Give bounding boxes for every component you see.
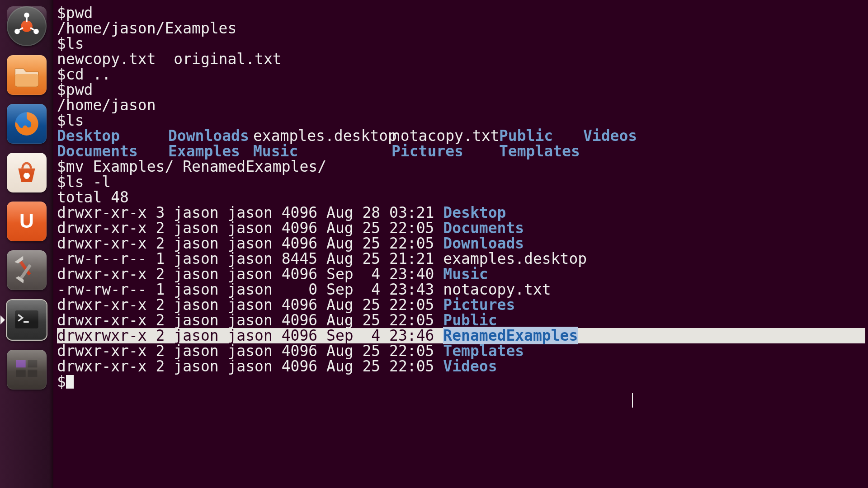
software-center-button[interactable] bbox=[7, 153, 47, 192]
svg-rect-15 bbox=[16, 360, 26, 367]
terminal-line: $ls -l bbox=[57, 174, 868, 190]
svg-point-8 bbox=[29, 177, 31, 179]
settings-button[interactable] bbox=[7, 250, 47, 290]
ls-row: DocumentsExamplesMusicPicturesTemplates bbox=[57, 144, 868, 159]
files-icon bbox=[11, 59, 42, 91]
terminal-icon bbox=[11, 304, 42, 336]
terminal-line: /home/jason bbox=[57, 98, 868, 113]
svg-rect-17 bbox=[16, 370, 26, 377]
workspace-icon bbox=[11, 354, 42, 385]
files-button[interactable] bbox=[7, 55, 47, 95]
svg-rect-4 bbox=[15, 74, 38, 87]
text-caret bbox=[632, 393, 633, 408]
dash-icon bbox=[11, 10, 42, 42]
ls-long-row: drwxr-xr-x 2 jason jason 4096 Aug 25 22:… bbox=[57, 236, 868, 251]
svg-point-7 bbox=[26, 171, 28, 174]
ls-entry: Examples bbox=[168, 144, 253, 159]
ls-entry: Videos bbox=[583, 128, 646, 144]
ls-entry: Public bbox=[499, 128, 583, 144]
terminal-line: $ls bbox=[57, 113, 868, 128]
terminal-window[interactable]: $pwd/home/jason/Examples$lsnewcopy.txt o… bbox=[54, 0, 868, 488]
terminal-line: /home/jason/Examples bbox=[57, 21, 868, 36]
ls-entry: notacopy.txt bbox=[392, 128, 499, 144]
svg-rect-16 bbox=[28, 360, 37, 367]
svg-point-2 bbox=[33, 29, 39, 34]
ls-long-row: -rw-r--r-- 1 jason jason 8445 Aug 25 21:… bbox=[57, 251, 868, 267]
terminal-line: total 48 bbox=[57, 190, 868, 205]
svg-point-1 bbox=[24, 13, 29, 18]
software-icon bbox=[11, 157, 42, 188]
ls-long-row: drwxr-xr-x 2 jason jason 4096 Aug 25 22:… bbox=[57, 221, 868, 236]
ubuntu-one-button[interactable]: U bbox=[7, 202, 47, 241]
svg-point-0 bbox=[21, 20, 33, 32]
cursor bbox=[66, 375, 74, 389]
firefox-button[interactable] bbox=[7, 104, 47, 144]
svg-text:U: U bbox=[19, 210, 34, 232]
dash-button[interactable] bbox=[7, 6, 47, 46]
terminal-line: $ls bbox=[57, 36, 868, 52]
svg-rect-13 bbox=[15, 310, 38, 328]
terminal-line: $pwd bbox=[57, 82, 868, 98]
terminal-line: $mv Examples/ RenamedExamples/ bbox=[57, 159, 868, 174]
ls-long-row: drwxr-xr-x 2 jason jason 4096 Aug 25 22:… bbox=[57, 359, 868, 374]
terminal-line: $pwd bbox=[57, 5, 868, 21]
file-name: Videos bbox=[443, 357, 497, 375]
ls-row: DesktopDownloadsexamples.desktopnotacopy… bbox=[57, 128, 868, 144]
ls-long-row: drwxrwxr-x 2 jason jason 4096 Sep 4 23:4… bbox=[57, 328, 868, 343]
ls-long-row: drwxr-xr-x 2 jason jason 4096 Aug 25 22:… bbox=[57, 297, 868, 313]
ls-entry: Downloads bbox=[168, 128, 253, 144]
settings-icon bbox=[11, 254, 42, 286]
ls-entry: Templates bbox=[499, 144, 583, 159]
svg-point-3 bbox=[14, 29, 20, 34]
ls-entry: Documents bbox=[57, 144, 168, 159]
terminal-line: $cd .. bbox=[57, 67, 868, 82]
ls-long-row: drwxr-xr-x 2 jason jason 4096 Aug 25 22:… bbox=[57, 313, 868, 328]
firefox-icon bbox=[11, 108, 42, 140]
workspace-switcher-button[interactable] bbox=[7, 350, 47, 389]
prompt-line[interactable]: $ bbox=[57, 374, 868, 389]
terminal-line: newcopy.txt original.txt bbox=[57, 52, 868, 67]
ls-entry: examples.desktop bbox=[253, 128, 392, 144]
svg-rect-18 bbox=[28, 370, 37, 377]
ls-long-row: drwxr-xr-x 2 jason jason 4096 Aug 25 22:… bbox=[57, 343, 868, 359]
terminal-button[interactable] bbox=[6, 299, 47, 341]
ls-long-row: drwxr-xr-x 3 jason jason 4096 Aug 28 03:… bbox=[57, 205, 868, 221]
ls-entry: Pictures bbox=[392, 144, 499, 159]
ls-entry: Desktop bbox=[57, 128, 168, 144]
ls-long-row: -rw-rw-r-- 1 jason jason 0 Sep 4 23:43 n… bbox=[57, 282, 868, 297]
ls-entry: Music bbox=[253, 144, 392, 159]
unity-launcher: U bbox=[0, 0, 53, 488]
svg-point-9 bbox=[23, 177, 25, 179]
ubuntuone-icon: U bbox=[11, 206, 42, 237]
ls-long-row: drwxr-xr-x 2 jason jason 4096 Sep 4 23:4… bbox=[57, 267, 868, 282]
